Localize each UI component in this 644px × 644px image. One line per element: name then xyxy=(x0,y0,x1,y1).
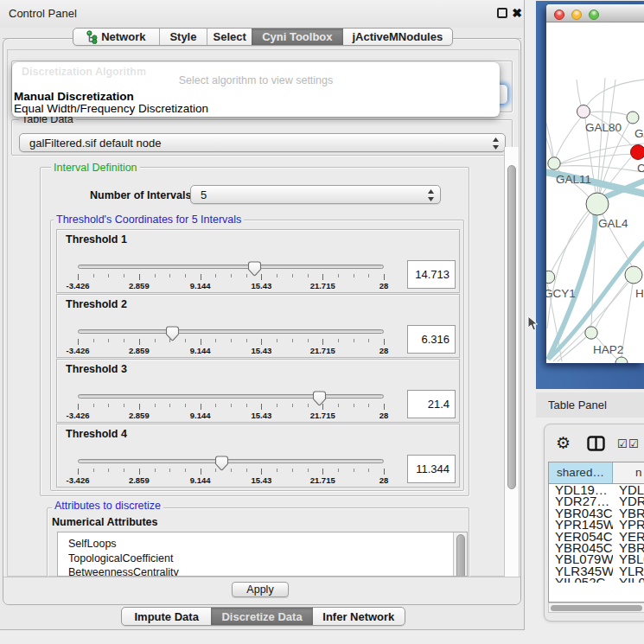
slider-thumb[interactable] xyxy=(214,456,229,471)
network-edge[interactable] xyxy=(590,112,627,115)
dropdown-item-2[interactable]: Equal Width/Frequency Discretization xyxy=(14,103,496,115)
slider-minor-tick xyxy=(185,404,186,407)
table-horizontal-scrollbar-thumb[interactable] xyxy=(551,605,642,611)
cell-name[interactable]: YER0 xyxy=(613,531,644,542)
network-node-GCY1[interactable] xyxy=(546,271,555,283)
attribute-list-item[interactable]: TopologicalCoefficient xyxy=(58,552,467,566)
slider-minor-tick xyxy=(108,339,109,342)
table-row[interactable]: YBR043CYBR0 xyxy=(549,507,644,519)
tab-jactivemnodules[interactable]: jActiveMNodules xyxy=(343,29,452,45)
network-node-GAL4[interactable] xyxy=(586,193,609,215)
tab-cyni-toolbox[interactable]: Cyni Toolbox xyxy=(252,29,343,45)
cell-shared-name[interactable]: YLR345W xyxy=(549,565,613,577)
tab-select[interactable]: Select xyxy=(207,29,252,45)
slider-thumb[interactable] xyxy=(247,261,262,277)
slider-thumb[interactable] xyxy=(312,391,327,406)
network-node-GAL80[interactable] xyxy=(577,105,590,118)
tab-style[interactable]: Style xyxy=(159,29,207,45)
close-icon[interactable]: ✖ xyxy=(511,5,523,21)
slider-major-tick xyxy=(139,339,140,345)
table-row[interactable]: YBR045CYBR0 xyxy=(549,542,644,553)
attributes-list-scrollbar[interactable] xyxy=(453,532,467,577)
cell-shared-name[interactable]: YIL052C xyxy=(549,577,613,583)
table-row[interactable]: YER054CYER0 xyxy=(549,531,644,542)
threshold-value-field[interactable]: 11.344 xyxy=(407,455,456,483)
network-canvas[interactable]: GAL80GACGAL11GAL4GCY1HHAP2 xyxy=(546,22,644,363)
column-header-shared-name[interactable]: shared… xyxy=(549,462,613,483)
network-node-H[interactable] xyxy=(625,266,642,284)
cell-shared-name[interactable]: YBR043C xyxy=(549,507,613,519)
attribute-list-item[interactable]: BetweennessCentrality xyxy=(58,565,467,577)
panel-scrollbar[interactable] xyxy=(504,147,520,577)
tab-infer-network[interactable]: Infer Network xyxy=(313,608,405,625)
cell-name[interactable]: YDR2 xyxy=(613,495,644,507)
table-row[interactable]: YDL19…YDL1 xyxy=(549,484,644,495)
traffic-light-minimize[interactable] xyxy=(571,10,582,20)
network-node-C[interactable] xyxy=(631,145,644,160)
table-row[interactable]: YPR145WYPR1 xyxy=(549,519,644,530)
apply-button[interactable]: Apply xyxy=(232,582,289,597)
column-header-name[interactable]: n xyxy=(613,462,644,483)
cell-shared-name[interactable]: YDL19… xyxy=(549,484,613,495)
slider-minor-tick xyxy=(124,404,124,407)
slider-tick-label: 9.144 xyxy=(190,411,211,420)
checkbox-icon[interactable]: ☑ xyxy=(617,438,628,450)
table-row[interactable]: YDR27…YDR2 xyxy=(549,495,644,507)
network-node-HAP2[interactable] xyxy=(585,327,597,339)
columns-icon[interactable] xyxy=(587,436,605,451)
float-window-icon[interactable] xyxy=(497,8,507,18)
network-edge[interactable] xyxy=(558,337,586,361)
cell-name[interactable]: YBR0 xyxy=(613,507,644,519)
tab-discretize-data[interactable]: Discretize Data xyxy=(211,608,312,625)
cell-shared-name[interactable]: YBR045C xyxy=(549,542,613,553)
cell-name[interactable]: YBL0 xyxy=(613,553,644,564)
cell-shared-name[interactable]: YBL079W xyxy=(549,553,613,564)
attribute-list-item[interactable]: SelfLoops xyxy=(58,537,467,552)
cell-name[interactable]: YLR3 xyxy=(613,565,644,577)
slider-thumb[interactable] xyxy=(165,326,180,341)
traffic-light-close[interactable] xyxy=(554,10,564,20)
slider-rail[interactable] xyxy=(78,265,384,269)
network-node-node-bottom[interactable] xyxy=(615,357,628,363)
cell-shared-name[interactable]: YPR145W xyxy=(549,519,613,530)
network-edge[interactable] xyxy=(556,118,581,157)
cell-name[interactable]: YDL1 xyxy=(613,484,644,495)
slider-minor-tick xyxy=(338,404,339,407)
table-row[interactable]: YLR345WYLR3 xyxy=(549,565,644,577)
network-edge[interactable] xyxy=(577,80,581,105)
slider-tick-label: 2.859 xyxy=(129,411,150,420)
network-node-GAL11[interactable] xyxy=(548,157,560,169)
cell-name[interactable]: YBR0 xyxy=(613,542,644,553)
cell-shared-name[interactable]: YDR27… xyxy=(549,495,613,507)
threshold-value-field[interactable]: 21.4 xyxy=(407,390,456,418)
cell-name[interactable]: YPR1 xyxy=(613,519,644,530)
checkbox-icon[interactable]: ☑ xyxy=(628,438,639,450)
table-horizontal-scrollbar[interactable] xyxy=(548,603,644,613)
slider-minor-tick xyxy=(354,274,354,277)
gear-icon[interactable]: ⚙ xyxy=(556,434,571,451)
table-data-combo[interactable]: galFiltered.sif default node xyxy=(19,133,506,152)
tab-network[interactable]: Network xyxy=(73,29,159,45)
traffic-light-zoom[interactable] xyxy=(589,10,599,20)
threshold-value-field[interactable]: 14.713 xyxy=(407,260,456,289)
network-node-G[interactable] xyxy=(627,112,639,124)
network-edge[interactable] xyxy=(596,281,628,328)
panel-scrollbar-thumb[interactable] xyxy=(507,165,516,489)
network-edge[interactable] xyxy=(546,117,553,156)
dropdown-item-1[interactable]: Manual Discretization xyxy=(14,91,496,103)
slider-minor-tick xyxy=(185,469,186,472)
cell-shared-name[interactable]: YER054C xyxy=(549,531,613,542)
numerical-attributes-list[interactable]: SelfLoopsTopologicalCoefficientBetweenne… xyxy=(57,532,468,577)
threshold-value-field[interactable]: 6.316 xyxy=(407,325,456,354)
cell-name[interactable]: YIL0 xyxy=(613,577,644,583)
slider-rail[interactable] xyxy=(78,459,384,463)
table-row[interactable]: YIL052CYIL0 xyxy=(549,577,644,583)
attributes-list-scrollbar-thumb[interactable] xyxy=(456,534,465,577)
slider-rail[interactable] xyxy=(78,394,384,399)
slider-rail[interactable] xyxy=(78,329,384,334)
network-edge[interactable] xyxy=(597,78,605,193)
number-of-intervals-combo[interactable]: 5 xyxy=(190,185,441,204)
table-row[interactable]: YBL079WYBL0 xyxy=(549,553,644,564)
tab-impute-data[interactable]: Impute Data xyxy=(122,608,211,625)
number-of-intervals-value: 5 xyxy=(201,188,207,201)
